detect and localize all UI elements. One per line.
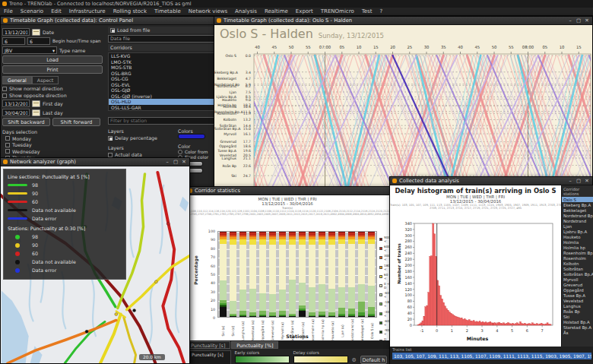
corridor-item[interactable]: OSL-EVL <box>109 82 214 88</box>
tab-punctuality-pct[interactable]: Punctuality [%] <box>231 341 278 349</box>
station-item[interactable]: Rosenholm <box>562 255 593 261</box>
corridor-item[interactable]: OSL-LLS-GAR <box>109 105 214 111</box>
time-span-input[interactable] <box>27 37 50 45</box>
show-normal-checkbox[interactable] <box>2 87 7 91</box>
day-checkbox[interactable] <box>5 136 10 141</box>
gear-icon[interactable]: ⚙ <box>352 357 357 364</box>
minimize-button[interactable]: – <box>567 17 573 24</box>
maximize-button[interactable]: ▢ <box>576 17 582 24</box>
calendar-icon[interactable] <box>32 109 40 116</box>
day-checkbox-row[interactable]: Wednesday <box>5 149 106 154</box>
menu-item[interactable]: Scenario <box>17 8 47 16</box>
corridor-item[interactable]: LLS-KVG <box>109 53 214 59</box>
print-button[interactable]: Print <box>2 65 103 74</box>
tab-punctuality-s[interactable]: Punctuality [s] <box>186 341 230 349</box>
filter-by-station-input[interactable] <box>108 117 214 125</box>
show-opposite-checkbox[interactable] <box>2 93 7 98</box>
menu-item[interactable]: Infrastructure <box>65 8 109 16</box>
station-item[interactable]: Rosenholm Bp <box>562 250 593 255</box>
close-button[interactable]: ✕ <box>181 159 187 166</box>
maximize-button[interactable]: ▢ <box>576 178 582 185</box>
station-item[interactable]: Ljabru Bp.A <box>562 229 593 234</box>
default-button[interactable]: Default h <box>360 356 387 364</box>
punctuality-s-cell[interactable]: Punctuality [s] <box>188 350 231 364</box>
day-checkbox[interactable] <box>5 149 10 154</box>
station-item[interactable]: Myrvoll <box>562 277 593 282</box>
type-name-select[interactable]: JBV ▾ <box>2 46 57 54</box>
tab-general[interactable]: General <box>2 76 32 84</box>
menu-item[interactable]: Edit <box>47 8 65 16</box>
menu-item[interactable]: Network views <box>185 8 231 16</box>
day-checkbox-row[interactable]: Monday <box>5 136 106 141</box>
close-button[interactable]: ✕ <box>584 17 590 24</box>
menu-item[interactable]: ? <box>376 8 386 16</box>
corridor-item[interactable]: LMO-STK <box>109 59 214 65</box>
corridor-item[interactable]: OSL-GJØ (inverse) <box>109 93 214 100</box>
station-item[interactable]: Ljan <box>562 223 593 229</box>
first-day-input[interactable] <box>2 100 30 107</box>
early-colors-swatch[interactable] <box>235 356 290 363</box>
minimize-button[interactable]: – <box>567 178 573 185</box>
corridor-statistics-titlebar[interactable]: Corridor statistics <box>186 187 389 195</box>
corridor-item[interactable]: MOS-STB <box>109 65 214 71</box>
delay-colors-swatch[interactable] <box>293 356 348 363</box>
data-file-field[interactable]: Data file <box>108 35 214 43</box>
network-map[interactable]: Line sections: Punctuality at 5 [%] 98 9… <box>1 166 189 363</box>
delay-color-swatch[interactable] <box>178 134 205 139</box>
station-item[interactable]: Oslo S <box>562 197 593 202</box>
station-item[interactable]: Nordstrand <box>562 218 593 223</box>
last-day-input[interactable] <box>2 109 30 116</box>
shift-forward-button[interactable]: Shift forward <box>52 118 100 126</box>
menu-item[interactable]: Analysis <box>231 8 261 16</box>
network-analyzer-titlebar[interactable]: Network analyzer (graph) – ▢ ✕ <box>1 158 189 166</box>
station-item[interactable]: Starstad Bp.A <box>562 324 593 330</box>
actual-data-checkbox[interactable] <box>108 153 113 157</box>
close-button[interactable]: ✕ <box>584 178 590 185</box>
calendar-icon[interactable] <box>32 100 40 107</box>
station-item[interactable]: Roås Bp <box>562 309 593 314</box>
station-item[interactable]: Greverud <box>562 282 593 287</box>
station-item[interactable]: Kolbotn <box>562 261 593 266</box>
load-button[interactable]: Load <box>2 55 103 64</box>
menu-item[interactable]: Realtime <box>261 8 292 16</box>
date-input[interactable] <box>2 28 30 36</box>
begin-hour-input[interactable] <box>2 37 25 45</box>
corridor-item[interactable]: OSL-CG <box>109 76 214 82</box>
station-item[interactable]: Solbråtan <box>562 266 593 271</box>
station-item[interactable]: Tusse Bp.A <box>562 293 593 298</box>
timetable-titlebar[interactable]: Timetable Graph (collected data): Oslo S… <box>214 17 592 25</box>
station-item[interactable]: Bekkelaget <box>562 207 593 213</box>
station-item[interactable]: Holmlia bp <box>562 245 593 250</box>
control-panel-titlebar[interactable]: Timetable Graph (collected data): Contro… <box>1 17 214 25</box>
station-item[interactable]: Solbråtan Bp.A <box>562 271 593 277</box>
tab-aspect[interactable]: Aspect <box>32 76 59 84</box>
menu-item[interactable]: Test <box>358 8 376 16</box>
station-item[interactable]: Vevelstad <box>562 298 593 303</box>
corridor-item[interactable]: OSL-BRG <box>109 71 214 77</box>
delay-percentage-checkbox[interactable] <box>108 136 113 141</box>
shift-backward-button[interactable]: Shift backward <box>2 118 50 126</box>
corridor-item[interactable]: OSL-GJØ <box>109 87 214 93</box>
menu-item[interactable]: Export <box>292 8 317 16</box>
station-item[interactable]: Ås <box>562 330 593 335</box>
station-item[interactable]: Holmlia <box>562 239 593 245</box>
menu-item[interactable]: File <box>0 8 17 16</box>
day-checkbox-row[interactable]: Tuesday <box>5 142 106 147</box>
station-item[interactable]: Ekeberg Bp.A <box>562 202 593 207</box>
menu-item[interactable]: Timetable <box>151 8 185 16</box>
menu-item[interactable]: TRENOmicro <box>317 8 358 16</box>
corridor-item[interactable]: OSL-HLD <box>109 99 214 105</box>
minimize-button[interactable]: – <box>164 159 170 166</box>
calendar-icon[interactable] <box>32 29 40 36</box>
trains-list-selected-row[interactable]: 103, 105, 107, 109, 111, 113, 1105, 1107… <box>392 353 591 359</box>
station-item[interactable]: Holstad Bp.A <box>562 319 593 324</box>
station-item[interactable]: Langhus <box>562 303 593 309</box>
load-from-file-header[interactable]: Load from file <box>108 27 214 33</box>
menu-item[interactable]: Rolling stock <box>109 8 151 16</box>
station-item[interactable]: Hauketo <box>562 234 593 239</box>
collected-data-titlebar[interactable]: Collected data analysis – ▢ ✕ <box>390 177 592 185</box>
day-checkbox[interactable] <box>5 143 10 147</box>
station-item[interactable]: Oppegård <box>562 287 593 293</box>
color-from-radio[interactable] <box>178 150 182 154</box>
maximize-button[interactable]: ▢ <box>173 159 179 166</box>
